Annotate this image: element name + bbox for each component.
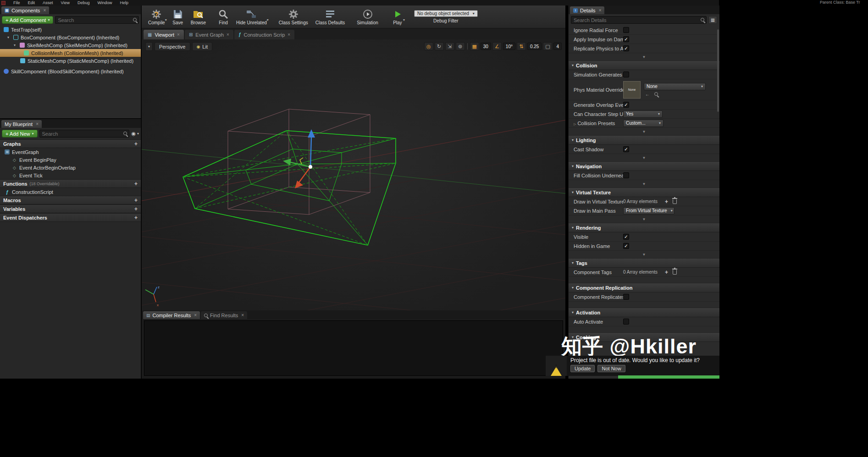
add-graph-icon[interactable]: + bbox=[134, 141, 138, 147]
clear-array-icon[interactable] bbox=[673, 270, 677, 275]
section-activation[interactable]: ▾Activation bbox=[569, 308, 719, 317]
simulation-generates-hit-checkbox[interactable] bbox=[623, 72, 629, 77]
tab-compiler-results[interactable]: ▤ Compiler Results × bbox=[143, 311, 200, 319]
gizmo-z-arrow[interactable] bbox=[310, 137, 311, 167]
view-mode-dropdown[interactable]: ◉Lit bbox=[192, 42, 212, 51]
hide-unrelated-options-icon[interactable]: ▾ bbox=[267, 18, 269, 22]
close-icon[interactable]: × bbox=[43, 8, 46, 13]
tab-components[interactable]: ▦ Components × bbox=[1, 6, 49, 14]
tab-details[interactable]: i Details × bbox=[570, 6, 604, 14]
class-settings-button[interactable]: Class Settings bbox=[275, 8, 312, 26]
expand-icon[interactable]: ▷ bbox=[574, 122, 576, 126]
replicate-physics-checkbox[interactable]: ✓ bbox=[623, 45, 629, 51]
collision-mesh-wireframe[interactable] bbox=[183, 131, 396, 245]
add-array-element-icon[interactable]: + bbox=[665, 269, 668, 275]
update-button[interactable]: Update bbox=[570, 365, 595, 372]
tab-event-graph[interactable]: ⊞ Event Graph × bbox=[185, 30, 233, 39]
rotate-tool-icon[interactable]: ↻ bbox=[435, 42, 444, 50]
compile-button[interactable]: ? Compile bbox=[144, 8, 169, 26]
section-collision[interactable]: ▾Collision bbox=[569, 61, 719, 70]
world-coordinate-icon[interactable]: ⊚ bbox=[456, 42, 465, 50]
expand-more-icon[interactable]: ▼ bbox=[569, 251, 719, 259]
viewport-3d[interactable]: z x ▾ Perspective ◉Lit ◎ ↻ ⇲ ⊚ ▦ 30 ∠ 10… bbox=[142, 39, 565, 310]
visible-checkbox[interactable]: ✓ bbox=[623, 234, 629, 240]
close-icon[interactable]: × bbox=[287, 32, 290, 37]
close-icon[interactable]: × bbox=[177, 32, 180, 37]
browse-button[interactable]: Browse bbox=[187, 8, 210, 26]
component-replicates-checkbox[interactable] bbox=[623, 294, 629, 300]
add-function-icon[interactable]: + bbox=[134, 181, 138, 187]
class-defaults-button[interactable]: Class Defaults bbox=[312, 8, 348, 26]
hidden-in-game-checkbox[interactable]: ✓ bbox=[623, 243, 629, 249]
expand-more-icon[interactable]: ▼ bbox=[569, 128, 719, 136]
perspective-dropdown[interactable]: Perspective bbox=[155, 42, 190, 51]
tab-viewport[interactable]: ▦ Viewport × bbox=[144, 30, 184, 39]
tree-row-collisionmesh[interactable]: CollisionMesh (CollisionMesh) (Inherited… bbox=[0, 49, 141, 57]
add-new-button[interactable]: + Add New▾ bbox=[2, 130, 38, 138]
use-selected-asset-icon[interactable]: ← bbox=[645, 92, 650, 97]
section-navigation[interactable]: ▾Navigation bbox=[569, 162, 719, 171]
transform-gizmo[interactable] bbox=[283, 129, 315, 188]
cast-shadow-checkbox[interactable]: ✓ bbox=[623, 146, 629, 152]
tree-row-skillcomponent[interactable]: SkillComponent (BloodSkillComponent) (In… bbox=[0, 67, 141, 75]
close-icon[interactable]: × bbox=[194, 313, 197, 318]
apply-impulse-checkbox[interactable]: ✓ bbox=[623, 36, 629, 42]
event-dispatchers-header[interactable]: Event Dispatchers + bbox=[0, 213, 141, 222]
translate-tool-icon[interactable]: ◎ bbox=[424, 42, 433, 50]
expand-more-icon[interactable]: ▼ bbox=[569, 154, 719, 162]
not-now-button[interactable]: Not Now bbox=[597, 365, 625, 372]
menu-help[interactable]: Help bbox=[120, 0, 128, 5]
add-macro-icon[interactable]: + bbox=[134, 197, 138, 204]
hide-unrelated-button[interactable]: Hide Unrelated bbox=[232, 8, 271, 26]
eventgraph-item[interactable]: ⊞ EventGraph bbox=[0, 148, 141, 156]
ignore-radial-force-checkbox[interactable] bbox=[623, 27, 629, 33]
menu-debug[interactable]: Debug bbox=[77, 0, 90, 5]
constructionscript-item[interactable]: ƒ ConstructionScript bbox=[0, 188, 141, 196]
gizmo-plane-handle[interactable] bbox=[300, 158, 303, 164]
gizmo-origin-dot[interactable] bbox=[309, 165, 312, 169]
expand-more-icon[interactable]: ▼ bbox=[569, 53, 719, 61]
close-icon[interactable]: × bbox=[599, 8, 602, 13]
viewport-options-dropdown[interactable]: ▾ bbox=[145, 42, 153, 51]
clear-array-icon[interactable] bbox=[673, 199, 677, 204]
close-icon[interactable]: × bbox=[227, 32, 229, 37]
camera-speed-icon[interactable]: ▢ bbox=[543, 42, 552, 50]
rotation-snap-value[interactable]: 10° bbox=[503, 43, 515, 50]
menu-view[interactable]: View bbox=[61, 0, 70, 5]
add-event-dispatcher-icon[interactable]: + bbox=[134, 215, 138, 221]
browse-asset-icon[interactable] bbox=[654, 92, 658, 96]
grid-snap-icon[interactable]: ▦ bbox=[470, 42, 479, 50]
details-search-input[interactable] bbox=[571, 16, 707, 24]
draw-in-main-pass-dropdown[interactable]: From Virtual Texture▾ bbox=[623, 207, 674, 215]
tab-my-blueprint[interactable]: My Blueprint × bbox=[1, 120, 42, 128]
menu-window[interactable]: Window bbox=[97, 0, 112, 5]
debug-object-dropdown[interactable]: No debug object selected▾ bbox=[414, 10, 478, 17]
section-virtual-texture[interactable]: ▾Virtual Texture bbox=[569, 188, 719, 197]
menu-edit[interactable]: Edit bbox=[28, 0, 35, 5]
scale-tool-icon[interactable]: ⇲ bbox=[445, 42, 454, 50]
functions-header[interactable]: Functions (18 Overridable) + bbox=[0, 179, 141, 188]
gizmo-z-arrowhead[interactable] bbox=[308, 129, 315, 138]
play-button[interactable]: Play bbox=[388, 8, 407, 26]
property-matrix-icon[interactable]: ▦ bbox=[708, 16, 717, 24]
expand-more-icon[interactable]: ▼ bbox=[569, 180, 719, 188]
tab-construction-script[interactable]: ƒ Construction Scrip × bbox=[234, 30, 294, 39]
add-component-button[interactable]: + Add Component▾ bbox=[2, 16, 53, 24]
viewport-3d-canvas[interactable]: z x bbox=[142, 39, 565, 310]
event-beginplay-item[interactable]: ◇ Event BeginPlay bbox=[0, 156, 141, 164]
tree-row-staticmeshcomp[interactable]: StaticMeshComp (StaticMeshComp) (Inherit… bbox=[0, 57, 141, 65]
tab-find-results[interactable]: Find Results × bbox=[201, 311, 247, 319]
tree-row-boxcomponent[interactable]: ▾ BoxComponent (BoxComponent) (Inherited… bbox=[0, 33, 141, 41]
simulation-button[interactable]: Simulation bbox=[353, 8, 382, 26]
collision-presets-dropdown[interactable]: Custom...▾ bbox=[623, 120, 663, 127]
variables-header[interactable]: Variables + bbox=[0, 204, 141, 213]
fill-collision-underneath-checkbox[interactable] bbox=[623, 172, 629, 178]
generate-overlap-events-checkbox[interactable]: ✓ bbox=[623, 102, 629, 108]
menu-file[interactable]: File bbox=[13, 0, 20, 5]
menu-asset[interactable]: Asset bbox=[43, 0, 53, 5]
my-blueprint-search-input[interactable] bbox=[39, 130, 130, 138]
play-options-icon[interactable]: ▾ bbox=[403, 18, 405, 22]
rotation-snap-icon[interactable]: ∠ bbox=[492, 42, 502, 50]
scale-snap-icon[interactable]: ⇅ bbox=[517, 42, 526, 50]
expand-more-icon[interactable]: ▼ bbox=[569, 215, 719, 223]
